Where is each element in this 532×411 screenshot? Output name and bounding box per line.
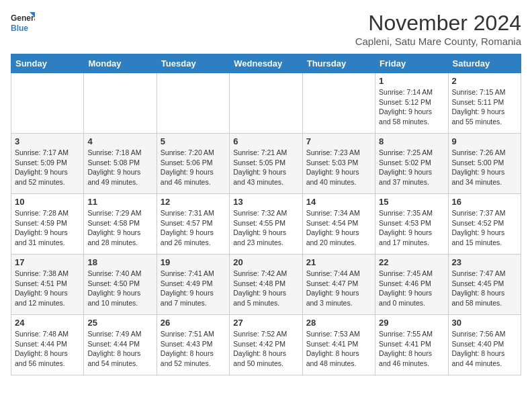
calendar-header-row: SundayMondayTuesdayWednesdayThursdayFrid… bbox=[11, 54, 521, 73]
header-cell-friday: Friday bbox=[375, 54, 448, 73]
day-number: 7 bbox=[306, 136, 371, 146]
day-cell bbox=[302, 73, 375, 134]
day-info: Sunrise: 7:45 AM Sunset: 4:46 PM Dayligh… bbox=[379, 269, 444, 308]
week-row-2: 3Sunrise: 7:17 AM Sunset: 5:09 PM Daylig… bbox=[11, 134, 521, 194]
day-cell: 29Sunrise: 7:55 AM Sunset: 4:41 PM Dayli… bbox=[375, 315, 448, 375]
day-info: Sunrise: 7:47 AM Sunset: 4:45 PM Dayligh… bbox=[452, 269, 517, 308]
day-info: Sunrise: 7:40 AM Sunset: 4:50 PM Dayligh… bbox=[87, 269, 152, 308]
day-number: 30 bbox=[452, 318, 517, 328]
day-info: Sunrise: 7:53 AM Sunset: 4:41 PM Dayligh… bbox=[306, 329, 371, 369]
day-cell: 17Sunrise: 7:38 AM Sunset: 4:51 PM Dayli… bbox=[11, 255, 84, 315]
day-number: 15 bbox=[379, 197, 444, 207]
calendar-table: SundayMondayTuesdayWednesdayThursdayFrid… bbox=[11, 54, 521, 375]
svg-text:Blue: Blue bbox=[11, 24, 28, 33]
day-info: Sunrise: 7:32 AM Sunset: 4:55 PM Dayligh… bbox=[233, 208, 298, 248]
day-number: 9 bbox=[452, 136, 517, 146]
day-cell bbox=[157, 73, 229, 134]
day-info: Sunrise: 7:49 AM Sunset: 4:44 PM Dayligh… bbox=[87, 329, 152, 369]
day-cell: 3Sunrise: 7:17 AM Sunset: 5:09 PM Daylig… bbox=[11, 134, 84, 194]
day-cell: 30Sunrise: 7:56 AM Sunset: 4:40 PM Dayli… bbox=[448, 315, 521, 375]
day-cell: 4Sunrise: 7:18 AM Sunset: 5:08 PM Daylig… bbox=[84, 134, 157, 194]
day-cell: 24Sunrise: 7:48 AM Sunset: 4:44 PM Dayli… bbox=[11, 315, 84, 375]
day-cell: 5Sunrise: 7:20 AM Sunset: 5:06 PM Daylig… bbox=[157, 134, 229, 194]
header-cell-tuesday: Tuesday bbox=[157, 54, 229, 73]
day-number: 6 bbox=[233, 136, 298, 146]
day-cell: 6Sunrise: 7:21 AM Sunset: 5:05 PM Daylig… bbox=[230, 134, 302, 194]
month-title: November 2024 bbox=[355, 11, 521, 36]
day-number: 3 bbox=[15, 136, 80, 146]
day-info: Sunrise: 7:20 AM Sunset: 5:06 PM Dayligh… bbox=[161, 148, 226, 187]
day-cell: 25Sunrise: 7:49 AM Sunset: 4:44 PM Dayli… bbox=[84, 315, 157, 375]
day-cell: 27Sunrise: 7:52 AM Sunset: 4:42 PM Dayli… bbox=[230, 315, 302, 375]
header-cell-thursday: Thursday bbox=[302, 54, 375, 73]
day-cell: 18Sunrise: 7:40 AM Sunset: 4:50 PM Dayli… bbox=[84, 255, 157, 315]
logo-svg: General Blue bbox=[11, 11, 35, 35]
day-number: 21 bbox=[306, 257, 371, 267]
day-number: 17 bbox=[15, 257, 80, 267]
day-cell: 16Sunrise: 7:37 AM Sunset: 4:52 PM Dayli… bbox=[448, 194, 521, 255]
day-info: Sunrise: 7:34 AM Sunset: 4:54 PM Dayligh… bbox=[306, 208, 371, 248]
day-number: 19 bbox=[161, 257, 226, 267]
day-info: Sunrise: 7:15 AM Sunset: 5:11 PM Dayligh… bbox=[452, 87, 517, 127]
day-number: 28 bbox=[306, 318, 371, 328]
day-info: Sunrise: 7:42 AM Sunset: 4:48 PM Dayligh… bbox=[233, 269, 298, 308]
day-info: Sunrise: 7:38 AM Sunset: 4:51 PM Dayligh… bbox=[15, 269, 80, 308]
day-info: Sunrise: 7:37 AM Sunset: 4:52 PM Dayligh… bbox=[452, 208, 517, 248]
day-info: Sunrise: 7:26 AM Sunset: 5:00 PM Dayligh… bbox=[452, 148, 517, 187]
day-cell: 19Sunrise: 7:41 AM Sunset: 4:49 PM Dayli… bbox=[157, 255, 229, 315]
day-cell: 1Sunrise: 7:14 AM Sunset: 5:12 PM Daylig… bbox=[375, 73, 448, 134]
day-info: Sunrise: 7:29 AM Sunset: 4:58 PM Dayligh… bbox=[87, 208, 152, 248]
day-number: 5 bbox=[161, 136, 226, 146]
day-number: 25 bbox=[87, 318, 152, 328]
day-number: 26 bbox=[161, 318, 226, 328]
day-number: 8 bbox=[379, 136, 444, 146]
day-cell: 10Sunrise: 7:28 AM Sunset: 4:59 PM Dayli… bbox=[11, 194, 84, 255]
header-cell-wednesday: Wednesday bbox=[230, 54, 302, 73]
day-info: Sunrise: 7:51 AM Sunset: 4:43 PM Dayligh… bbox=[161, 329, 226, 369]
day-info: Sunrise: 7:25 AM Sunset: 5:02 PM Dayligh… bbox=[379, 148, 444, 187]
day-number: 29 bbox=[379, 318, 444, 328]
day-number: 10 bbox=[15, 197, 80, 207]
day-cell: 8Sunrise: 7:25 AM Sunset: 5:02 PM Daylig… bbox=[375, 134, 448, 194]
day-info: Sunrise: 7:41 AM Sunset: 4:49 PM Dayligh… bbox=[161, 269, 226, 308]
day-cell bbox=[230, 73, 302, 134]
day-cell: 14Sunrise: 7:34 AM Sunset: 4:54 PM Dayli… bbox=[302, 194, 375, 255]
day-number: 13 bbox=[233, 197, 298, 207]
day-info: Sunrise: 7:28 AM Sunset: 4:59 PM Dayligh… bbox=[15, 208, 80, 248]
day-cell: 13Sunrise: 7:32 AM Sunset: 4:55 PM Dayli… bbox=[230, 194, 302, 255]
day-number: 27 bbox=[233, 318, 298, 328]
day-number: 12 bbox=[161, 197, 226, 207]
subtitle: Capleni, Satu Mare County, Romania bbox=[355, 36, 521, 47]
header: General Blue November 2024 Capleni, Satu… bbox=[11, 11, 521, 47]
day-info: Sunrise: 7:56 AM Sunset: 4:40 PM Dayligh… bbox=[452, 329, 517, 369]
day-cell: 15Sunrise: 7:35 AM Sunset: 4:53 PM Dayli… bbox=[375, 194, 448, 255]
calendar-body: 1Sunrise: 7:14 AM Sunset: 5:12 PM Daylig… bbox=[11, 73, 521, 375]
day-number: 1 bbox=[379, 76, 444, 86]
day-number: 4 bbox=[87, 136, 152, 146]
day-info: Sunrise: 7:52 AM Sunset: 4:42 PM Dayligh… bbox=[233, 329, 298, 369]
day-number: 11 bbox=[87, 197, 152, 207]
day-cell: 21Sunrise: 7:44 AM Sunset: 4:47 PM Dayli… bbox=[302, 255, 375, 315]
week-row-4: 17Sunrise: 7:38 AM Sunset: 4:51 PM Dayli… bbox=[11, 255, 521, 315]
day-info: Sunrise: 7:21 AM Sunset: 5:05 PM Dayligh… bbox=[233, 148, 298, 187]
day-info: Sunrise: 7:44 AM Sunset: 4:47 PM Dayligh… bbox=[306, 269, 371, 308]
logo: General Blue bbox=[11, 11, 35, 35]
day-info: Sunrise: 7:35 AM Sunset: 4:53 PM Dayligh… bbox=[379, 208, 444, 248]
header-cell-monday: Monday bbox=[84, 54, 157, 73]
day-cell: 20Sunrise: 7:42 AM Sunset: 4:48 PM Dayli… bbox=[230, 255, 302, 315]
header-cell-saturday: Saturday bbox=[448, 54, 521, 73]
day-cell: 11Sunrise: 7:29 AM Sunset: 4:58 PM Dayli… bbox=[84, 194, 157, 255]
svg-text:General: General bbox=[11, 13, 35, 23]
header-cell-sunday: Sunday bbox=[11, 54, 84, 73]
day-cell: 23Sunrise: 7:47 AM Sunset: 4:45 PM Dayli… bbox=[448, 255, 521, 315]
week-row-5: 24Sunrise: 7:48 AM Sunset: 4:44 PM Dayli… bbox=[11, 315, 521, 375]
week-row-3: 10Sunrise: 7:28 AM Sunset: 4:59 PM Dayli… bbox=[11, 194, 521, 255]
day-cell: 7Sunrise: 7:23 AM Sunset: 5:03 PM Daylig… bbox=[302, 134, 375, 194]
day-cell bbox=[84, 73, 157, 134]
day-info: Sunrise: 7:17 AM Sunset: 5:09 PM Dayligh… bbox=[15, 148, 80, 187]
day-number: 24 bbox=[15, 318, 80, 328]
day-number: 14 bbox=[306, 197, 371, 207]
day-info: Sunrise: 7:23 AM Sunset: 5:03 PM Dayligh… bbox=[306, 148, 371, 187]
day-cell: 26Sunrise: 7:51 AM Sunset: 4:43 PM Dayli… bbox=[157, 315, 229, 375]
day-number: 20 bbox=[233, 257, 298, 267]
